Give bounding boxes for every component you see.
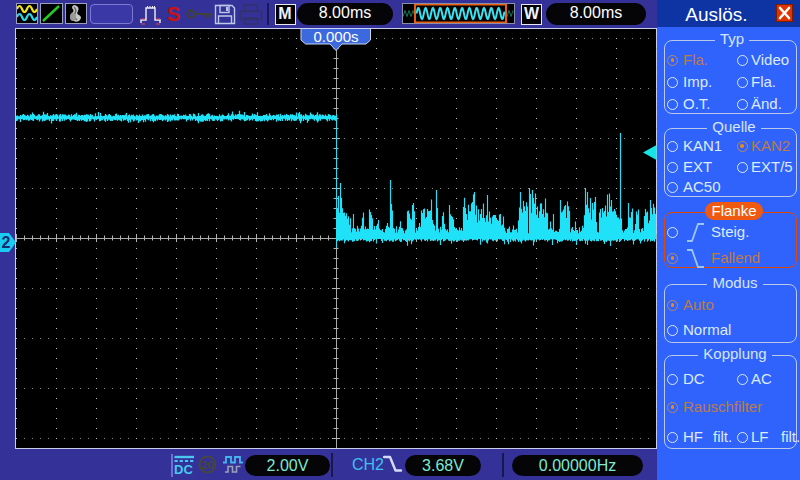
svg-text:0.000s: 0.000s (313, 28, 358, 45)
svg-text:20: 20 (201, 459, 213, 471)
svg-text:DC: DC (174, 462, 193, 476)
